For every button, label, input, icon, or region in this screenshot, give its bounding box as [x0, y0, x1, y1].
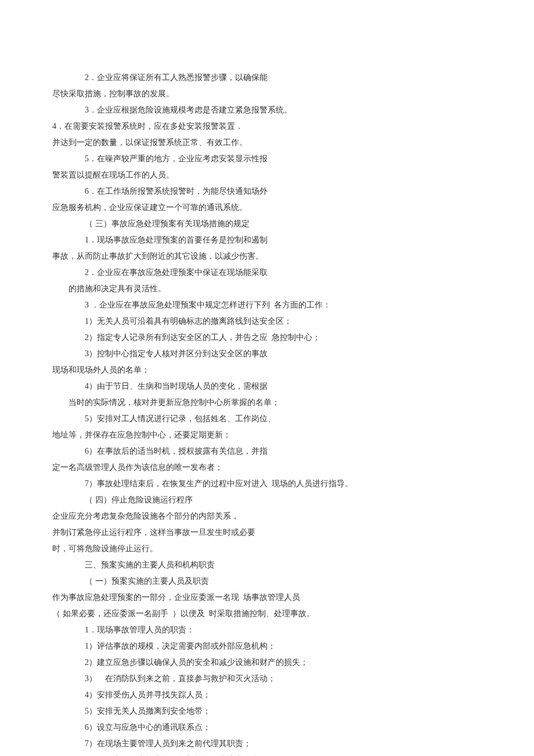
text-line: 6．在工作场所报警系统报警时，为能尽快通知场外 — [52, 183, 482, 200]
document-body: 2．企业应将保证所有工人熟悉报警步骤，以确保能尽快采取措施，控制事故的发展。3．… — [52, 70, 482, 756]
text-line: 事故，从而防止事故扩大到附近的其它设施，以减少伤害。 — [52, 248, 482, 265]
text-line: 7）在现场主要管理人员到来之前代理其职责； — [52, 736, 482, 752]
text-line: 地址等，并保存在应急控制中心，还要定期更新； — [52, 427, 482, 443]
text-line: 当时的实际情况，核对并更新应急控制中心所掌握的名单； — [52, 395, 482, 411]
text-line: 2）指定专人记录所有到达安全区的工人，并告之应 急控制中心； — [52, 330, 482, 346]
text-line: 7）事故处理结束后，在恢复生产的过程中应对进入 现场的人员进行指导。 — [52, 476, 482, 492]
text-line: 3 ．企业应在事故应急处理预案中规定怎样进行下列 各方面的工作： — [52, 297, 482, 313]
text-line: 5）安排对工人情况进行记录，包括姓名、工作岗位、 — [52, 411, 482, 427]
text-line: 警装置以提醒在现场工作的人员。 — [52, 167, 482, 183]
text-line: 4）安排受伤人员并寻找失踪人员； — [52, 687, 482, 703]
text-line: （ 三）事故应急处理预案有关现场措施的规定 — [52, 216, 482, 232]
text-line: 1）评估事故的规模，决定需要内部或外部应急机构； — [52, 638, 482, 654]
text-line: （ 四）停止危险设施运行程序 — [52, 492, 482, 508]
text-line: 企业应充分考虑复杂危险设施各个部分的内部关系， — [52, 508, 482, 525]
text-line: 8）如有必要，应给应急服务机构提供建议和信息； — [52, 752, 482, 756]
text-line: （ 如果必要，还应委派一名副手 ）以便及 时采取措施控制、处理事故。 — [52, 606, 482, 622]
text-line: （ 一）预案实施的主要人员及职责 — [52, 573, 482, 589]
text-line: 4）由于节日、生病和当时现场人员的变化，需根据 — [52, 378, 482, 395]
text-line: 时，可将危险设施停止运行。 — [52, 541, 482, 557]
text-line: 尽快采取措施，控制事故的发展。 — [52, 86, 482, 102]
text-line: 定一名高级管理人员作为该信息的唯一发布者； — [52, 460, 482, 476]
text-line: 2）建立应急步骤以确保人员的安全和减少设施和财产的损失； — [52, 654, 482, 671]
text-line: 6）设立与应急中心的通讯联系点； — [52, 719, 482, 736]
text-line: 3）控制中心指定专人核对并区分到达安全区的事故 — [52, 346, 482, 362]
text-line: 作为事故应急处理预案的一部分，企业应委派一名现 场事故管理人员 — [52, 589, 482, 606]
text-line: 现场和现场外人员的名单； — [52, 362, 482, 378]
text-line: 1．现场事故管理人员的职责： — [52, 622, 482, 638]
text-line: 并达到一定的数量，以保证报警系统正常、有效工作。 — [52, 135, 482, 151]
text-line: 3） 在消防队到来之前，直接参与救护和灭火活动； — [52, 671, 482, 687]
text-line: 4．在需要安装报警系统时，应在多处安装报警装置． — [52, 118, 482, 135]
text-line: 5．在噪声较严重的地方，企业应考虑安装显示性报 — [52, 151, 482, 167]
text-line: 6）在事故后的适当时机，授权披露有关信息，并指 — [52, 443, 482, 460]
text-line: 2．企业应将保证所有工人熟悉报警步骤，以确保能 — [52, 70, 482, 86]
text-line: 的措施和决定具有灵活性。 — [52, 281, 482, 297]
text-line: 2．企业应在事故应急处理预案中保证在现场能采取 — [52, 265, 482, 281]
text-line: 1）无关人员可沿着具有明确标志的撤离路线到达安全区； — [52, 313, 482, 330]
text-line: 1．现场事故应急处理预案的首要任务是控制和遏制 — [52, 232, 482, 248]
text-line: 5）安排无关人员撤离到安全地带； — [52, 703, 482, 719]
text-line: 三、预案实施的主要人员和机构职责 — [52, 557, 482, 573]
text-line: 3．企业应根据危险设施规模考虑是否建立紧急报警系统。 — [52, 102, 482, 118]
text-line: 并制订紧急停止运行程序，这样当事故一旦发生时或必要 — [52, 525, 482, 541]
text-line: 应急服务机构，企业应保证建立一个可靠的通讯系统。 — [52, 200, 482, 216]
